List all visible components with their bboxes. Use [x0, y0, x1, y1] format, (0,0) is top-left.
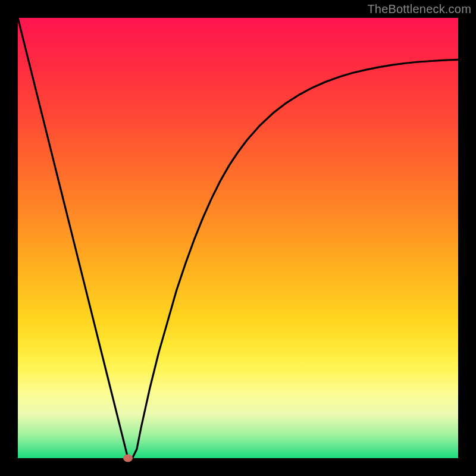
chart-frame: TheBottleneck.com	[0, 0, 476, 476]
plot-area	[18, 18, 458, 458]
bottleneck-curve	[18, 18, 458, 458]
minimum-marker	[123, 455, 133, 462]
watermark-text: TheBottleneck.com	[367, 2, 471, 16]
plot-svg	[18, 18, 458, 458]
